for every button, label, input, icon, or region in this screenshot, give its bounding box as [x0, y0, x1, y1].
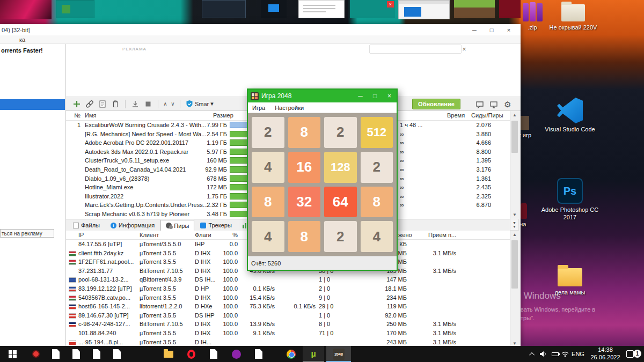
maximize-button[interactable]: □	[368, 90, 382, 102]
scroll-down-icon[interactable]: ▼	[510, 211, 519, 219]
peer-list-scrollbar[interactable]: ▲ ▼	[510, 231, 519, 348]
tray-expand-button[interactable]	[528, 346, 537, 362]
taskbar-app-document[interactable]	[249, 346, 268, 362]
maximize-button[interactable]: □	[483, 24, 500, 35]
window-thumbnail[interactable]	[499, 0, 521, 18]
country-flag-icon	[69, 277, 76, 283]
window-thumbnail[interactable]: ×	[350, 0, 395, 18]
peer-row[interactable]: c-98-247-248-127...BitTorrent 7.10.5D IH…	[66, 320, 510, 329]
col-number[interactable]: №	[66, 112, 80, 119]
col-client[interactable]: Клиент	[140, 232, 159, 238]
create-torrent-button[interactable]	[97, 99, 108, 109]
game-board[interactable]: 2 8 2 512 4 16 128 2 8 32 64 8 4 8 2 4	[248, 113, 397, 256]
utorrent-titlebar[interactable]: 04) [32-bit] ─ □ ×	[0, 24, 521, 35]
window-thumbnail[interactable]	[0, 0, 52, 19]
move-down-icon[interactable]: ∨	[169, 101, 177, 107]
remove-button[interactable]	[110, 99, 121, 109]
tab-trackers[interactable]: Трекеры	[195, 220, 236, 231]
document-window-thumbnail[interactable]	[298, 0, 345, 18]
peer-row[interactable]: 101.88.84.240µTorrent 3.5.5D IHX100.09.1…	[66, 329, 510, 338]
taskbar-app-media[interactable]	[226, 346, 246, 362]
language-indicator[interactable]: ENG	[570, 346, 586, 362]
window-thumbnail[interactable]	[202, 0, 246, 18]
remote-monitor-icon[interactable]	[488, 99, 499, 110]
notification-badge[interactable]: 1	[633, 350, 641, 358]
tile: 2	[361, 152, 393, 183]
clock[interactable]: 14:3826.06.2022	[587, 346, 624, 362]
stop-button[interactable]	[143, 99, 153, 109]
taskbar-app-document[interactable]	[46, 346, 65, 362]
peer-row[interactable]: 5403567B.catv.po...µTorrent 3.5.5D IHX10…	[66, 293, 510, 302]
tray-battery[interactable]	[550, 346, 560, 362]
col-rate[interactable]: Приём п...	[428, 232, 456, 238]
gear-icon[interactable]: ⚙	[502, 99, 513, 110]
partial-desktop-icon[interactable]	[521, 203, 527, 219]
scroll-up-icon[interactable]: ▲	[510, 231, 519, 239]
start-button[interactable]	[130, 99, 141, 109]
tray-volume[interactable]	[538, 346, 548, 362]
peer-row[interactable]: 89.146.67.30 [uTP]µTorrent 3.5.5DS IHP10…	[66, 311, 510, 320]
window-thumbnail[interactable]	[398, 0, 450, 19]
col-seeds-peers[interactable]: Сиды/Пиры	[471, 112, 503, 119]
chat-icon[interactable]	[474, 99, 485, 110]
update-button[interactable]: Обновление	[412, 99, 460, 109]
menu-settings[interactable]: Настройки	[275, 105, 304, 111]
menu-game[interactable]: Игра	[252, 105, 265, 111]
peer-row[interactable]: pool-68-131-13-2...qBittorrent/4.3.9DS I…	[66, 275, 510, 284]
scroll-thumb[interactable]	[511, 121, 518, 153]
taskbar-app-explorer[interactable]	[159, 346, 178, 362]
col-percent[interactable]: %	[211, 232, 238, 238]
menubar[interactable]: ка	[0, 35, 521, 44]
peer-row[interactable]: host86-165-145-2...libtorrent/1.2.2.0D H…	[66, 302, 510, 311]
tab-info[interactable]: iИнформация	[106, 220, 159, 231]
game-titlebar[interactable]: Игра 2048 ─ □ ×	[248, 90, 397, 102]
tab-peers[interactable]: Пиры	[160, 220, 194, 231]
taskbar-app-document[interactable]	[107, 346, 127, 362]
col-downloaded[interactable]: жено	[398, 232, 412, 238]
minimize-button[interactable]: ─	[353, 90, 368, 102]
peer-row[interactable]: 83.199.12.122 [uTP]µTorrent 3.5.5D HP100…	[66, 284, 510, 293]
taskbar-app-document[interactable]	[67, 346, 86, 362]
minimize-button[interactable]: ─	[466, 24, 483, 35]
col-flags[interactable]: Флаги	[195, 232, 211, 238]
taskbar-app-2048[interactable]: 2048	[326, 346, 351, 362]
tray-network[interactable]	[560, 346, 570, 362]
close-icon[interactable]: ×	[387, 1, 394, 8]
desktop-icon-zip[interactable]: .zip	[518, 2, 546, 32]
add-link-button[interactable]	[84, 99, 95, 109]
ad-close-icon[interactable]: ×	[460, 46, 468, 53]
move-up-icon[interactable]: ∧	[162, 101, 169, 107]
wifi-icon	[561, 351, 569, 357]
torrent-list-scrollbar[interactable]: ▲ ▼	[510, 111, 519, 219]
close-button[interactable]: ×	[382, 90, 397, 102]
desktop-icon-vscode[interactable]: Visual Studio Code	[542, 98, 598, 134]
desktop-icon-folder-220v[interactable]: Не окрывай 220V	[546, 4, 600, 32]
scroll-thumb[interactable]	[511, 240, 518, 289]
minecraft-window-thumbnail[interactable]	[454, 0, 495, 18]
col-time[interactable]: Время	[447, 112, 465, 119]
start-button[interactable]	[0, 346, 25, 362]
scroll-up-icon[interactable]: ▲	[510, 111, 519, 119]
close-button[interactable]: ×	[500, 24, 517, 35]
col-size[interactable]: Размер	[213, 112, 233, 119]
report-ad-button[interactable]: ться на рекламу	[0, 229, 54, 238]
window-thumbnail[interactable]	[261, 0, 287, 18]
desktop-icon-photoshop[interactable]: Ps Adobe Photoshop CC 2017	[541, 178, 599, 221]
detail-panel-toggle[interactable]: ▼▼	[510, 219, 519, 231]
smart-dropdown[interactable]: Smar ▾	[186, 100, 214, 108]
add-torrent-button[interactable]	[71, 99, 82, 109]
partial-desktop-icon[interactable]	[521, 116, 529, 130]
taskbar-app-document[interactable]	[87, 346, 106, 362]
sidebar-selected-item[interactable]	[0, 99, 65, 110]
minecraft-window-thumbnail[interactable]	[56, 0, 94, 18]
recording-indicator[interactable]	[27, 346, 45, 362]
col-ip[interactable]: IP	[78, 232, 84, 238]
country-flag-icon	[69, 313, 76, 319]
col-name[interactable]: Имя	[85, 112, 96, 119]
tab-files[interactable]: Файлы	[68, 220, 105, 231]
taskbar-app-opera[interactable]	[181, 346, 201, 362]
taskbar-app-utorrent[interactable]: µ	[303, 346, 324, 362]
ad-frame[interactable]	[369, 45, 462, 54]
taskbar-app-document[interactable]	[204, 346, 223, 362]
taskbar-app-chrome[interactable]	[281, 346, 301, 362]
